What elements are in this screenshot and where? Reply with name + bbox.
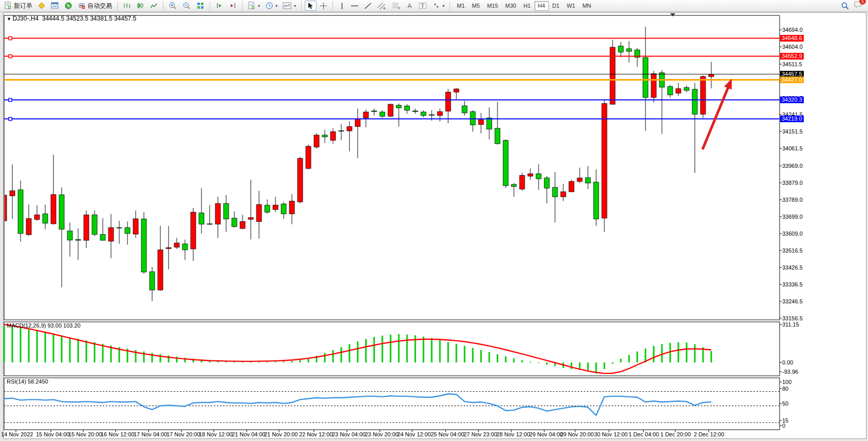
vertical-line-tool[interactable]	[336, 1, 347, 11]
trendline-tool[interactable]	[362, 1, 374, 11]
chevron-down-icon: ▾	[442, 4, 445, 8]
cursor-tool-button[interactable]	[305, 1, 317, 11]
candle-up	[240, 222, 245, 229]
zoom-in-button[interactable]	[167, 1, 179, 11]
candle-down	[626, 49, 632, 51]
candle-down	[511, 184, 516, 186]
candle-down	[380, 112, 385, 116]
candle-down	[643, 57, 648, 98]
text-tool[interactable]: A	[404, 1, 415, 11]
channel-tool[interactable]: E	[375, 1, 389, 11]
market-watch-button[interactable]	[49, 1, 61, 11]
arrows-tool[interactable]: ▾	[430, 1, 447, 11]
candle-up	[166, 247, 171, 248]
candle-down	[495, 128, 500, 144]
svg-text:A: A	[408, 3, 412, 10]
main-pane-border	[4, 15, 780, 320]
candle-down	[76, 240, 81, 240]
line-handle[interactable]	[9, 37, 12, 40]
candle-up	[388, 104, 393, 116]
candle-up	[158, 250, 163, 290]
candle-up	[700, 76, 706, 114]
candle-down	[18, 190, 23, 234]
auto-trading-label: 自动交易	[87, 2, 112, 10]
candle-up	[446, 92, 451, 111]
candle-up	[569, 181, 574, 191]
timeframe-button-M30[interactable]: M30	[502, 1, 520, 11]
text-label-icon: T	[418, 2, 427, 10]
candle-down	[544, 178, 549, 188]
separator	[210, 2, 210, 10]
horizontal-line-tool[interactable]	[348, 1, 361, 11]
candle-down	[429, 115, 434, 116]
signal-icon	[64, 2, 72, 10]
timeframe-button-M15[interactable]: M15	[484, 1, 502, 11]
new-order-icon	[4, 2, 12, 10]
candle-up	[709, 74, 714, 76]
line-chart-icon	[150, 2, 158, 10]
candle-down	[487, 118, 492, 129]
auto-trading-button[interactable]: 自动交易	[76, 1, 114, 11]
svg-text:E: E	[383, 7, 385, 10]
periods-button[interactable]: ▾	[263, 1, 280, 11]
shift-end-button[interactable]	[227, 1, 239, 11]
fibonacci-tool[interactable]: F	[390, 1, 403, 11]
templates-button[interactable]: ▾	[281, 1, 298, 11]
candle-down	[594, 182, 599, 219]
candle-down	[462, 106, 467, 113]
candle-up	[314, 135, 319, 147]
timeframe-button-M5[interactable]: M5	[468, 1, 483, 11]
tile-windows-button[interactable]	[194, 1, 207, 11]
candle-down	[67, 231, 72, 240]
search-icon[interactable]	[841, 2, 849, 10]
line-handle[interactable]	[9, 55, 12, 58]
candle-up	[256, 204, 262, 221]
crosshair-tool-button[interactable]	[318, 1, 329, 11]
candle-down	[503, 140, 508, 185]
metaeditor-button[interactable]	[35, 1, 48, 11]
indicators-button[interactable]: ▾	[246, 1, 262, 11]
bar-chart-button[interactable]	[121, 1, 133, 11]
candlestick-button[interactable]	[134, 1, 146, 11]
separator	[163, 2, 163, 10]
candle-up	[191, 212, 196, 249]
zoom-out-button[interactable]	[180, 1, 193, 11]
candle-down	[43, 214, 48, 223]
line-handle[interactable]	[9, 99, 12, 102]
candle-down	[322, 135, 327, 137]
timeframe-button-H1[interactable]: H1	[520, 1, 534, 11]
candle-up	[174, 243, 179, 247]
candle-up	[10, 191, 15, 196]
candle-up	[676, 89, 681, 93]
timeframe-button-D1[interactable]: D1	[549, 1, 563, 11]
candle-up	[215, 203, 220, 224]
candle-up	[478, 120, 484, 125]
chart-window-icon	[51, 2, 59, 10]
candle-up	[84, 215, 89, 240]
candle-down	[552, 187, 558, 197]
notifications-button[interactable]: 1	[854, 1, 863, 11]
candle-down	[117, 227, 122, 228]
new-order-button[interactable]: 新订单	[2, 1, 34, 11]
timeframe-button-MN[interactable]: MN	[579, 1, 595, 11]
candle-up	[306, 146, 311, 168]
annotation-arrow[interactable]	[703, 85, 729, 149]
chevron-down-icon: ▾	[258, 4, 260, 8]
equidistant-channel-icon: E	[377, 2, 386, 10]
timeframe-button-M1[interactable]: M1	[453, 1, 468, 11]
chevron-down-icon: ▾	[294, 4, 296, 8]
text-label-tool[interactable]: T	[416, 1, 429, 11]
candle-down	[125, 227, 130, 234]
candle-down	[59, 195, 64, 229]
shift-chart-button[interactable]	[213, 1, 226, 11]
line-chart-button[interactable]	[147, 1, 160, 11]
candle-up	[298, 158, 303, 202]
candles	[2, 27, 714, 301]
timeframe-button-W1[interactable]: W1	[563, 1, 579, 11]
line-handle[interactable]	[9, 118, 12, 121]
signals-button[interactable]	[62, 1, 75, 11]
shift-chart-icon	[215, 2, 224, 10]
chart-shift-triangle-icon[interactable]	[670, 13, 675, 16]
separator	[450, 2, 450, 10]
timeframe-button-H4[interactable]: H4	[534, 1, 549, 11]
